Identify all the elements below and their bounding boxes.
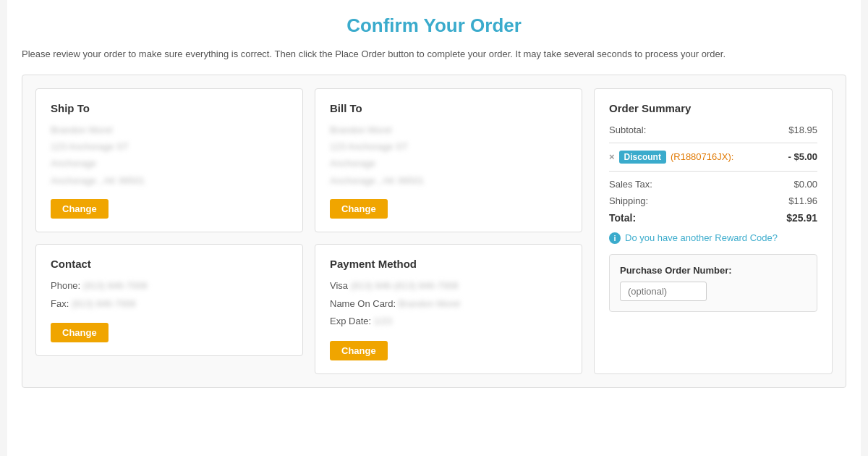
info-icon: i xyxy=(609,232,621,244)
bill-to-state-zip: Anchorage , AK 99501 xyxy=(330,172,567,189)
exp-date-value: 1/23 xyxy=(374,316,392,326)
total-value: $25.91 xyxy=(786,212,817,224)
payment-name-row: Name On Card: Brandon Morel xyxy=(330,295,567,313)
total-label: Total: xyxy=(609,212,636,224)
fax-value: (813) 846-7008 xyxy=(72,298,136,309)
payment-title: Payment Method xyxy=(330,258,567,270)
bill-to-city: Anchorage xyxy=(330,155,567,172)
ship-to-name: Brandon Morel xyxy=(51,122,288,138)
bill-to-name: Brandon Morel xyxy=(330,122,567,138)
divider-2 xyxy=(609,171,817,172)
exp-date-label: Exp Date: xyxy=(330,316,371,326)
sales-tax-row: Sales Tax: $0.00 xyxy=(609,179,817,190)
shipping-value: $11.96 xyxy=(788,195,817,206)
fax-label: Fax: xyxy=(51,298,69,309)
sales-tax-label: Sales Tax: xyxy=(609,179,652,190)
ship-to-card: Ship To Brandon Morel 123 Anchorage ST A… xyxy=(35,88,303,233)
card-number: (813) 846-(813) 846-7008 xyxy=(351,280,459,291)
content-row: Ship To Brandon Morel 123 Anchorage ST A… xyxy=(35,88,833,375)
contact-change-button[interactable]: Change xyxy=(51,323,109,342)
ship-to-change-button[interactable]: Change xyxy=(51,199,109,219)
sales-tax-value: $0.00 xyxy=(793,179,817,190)
ship-to-city: Anchorage xyxy=(51,155,288,172)
bill-to-address1: 123 Anchorage ST xyxy=(330,138,567,155)
phone-label: Phone: xyxy=(51,280,80,291)
discount-remove-button[interactable]: × xyxy=(609,151,615,162)
bill-to-change-button[interactable]: Change xyxy=(330,199,388,219)
ship-to-title: Ship To xyxy=(51,102,288,114)
page-subtitle: Please review your order to make sure ev… xyxy=(22,47,846,62)
po-label: Purchase Order Number: xyxy=(620,265,807,276)
left-column: Ship To Brandon Morel 123 Anchorage ST A… xyxy=(35,88,303,375)
main-container: Ship To Brandon Morel 123 Anchorage ST A… xyxy=(22,75,846,389)
bill-to-address: Brandon Morel 123 Anchorage ST Anchorage… xyxy=(330,122,567,190)
right-column: Order Summary Subtotal: $18.95 × Discoun… xyxy=(594,88,833,375)
contact-card: Contact Phone: (813) 846-7008 Fax: (813)… xyxy=(35,244,303,356)
bill-to-card: Bill To Brandon Morel 123 Anchorage ST A… xyxy=(315,88,582,233)
order-summary-card: Order Summary Subtotal: $18.95 × Discoun… xyxy=(594,88,833,375)
ship-to-address: Brandon Morel 123 Anchorage ST Anchorage… xyxy=(51,122,288,190)
contact-fax-row: Fax: (813) 846-7008 xyxy=(51,295,288,313)
total-row: Total: $25.91 xyxy=(609,212,817,224)
subtotal-label: Subtotal: xyxy=(609,124,646,135)
ship-to-state-zip: Anchorage , AK 99501 xyxy=(51,172,288,189)
order-summary-title: Order Summary xyxy=(609,102,817,114)
payment-visa-row: Visa (813) 846-(813) 846-7008 xyxy=(330,277,567,295)
po-section: Purchase Order Number: xyxy=(609,254,817,312)
subtotal-value: $18.95 xyxy=(788,124,817,135)
reward-link-row: i Do you have another Reward Code? xyxy=(609,232,817,244)
middle-column: Bill To Brandon Morel 123 Anchorage ST A… xyxy=(315,88,582,375)
divider-1 xyxy=(609,143,817,143)
shipping-label: Shipping: xyxy=(609,195,648,206)
discount-badge: Discount xyxy=(619,151,666,164)
ship-to-address1: 123 Anchorage ST xyxy=(51,138,288,155)
payment-card: Payment Method Visa (813) 846-(813) 846-… xyxy=(315,244,582,374)
discount-row: × Discount (R1880716JX): - $5.00 xyxy=(609,151,817,164)
contact-phone-row: Phone: (813) 846-7008 xyxy=(51,277,288,295)
visa-label: Visa xyxy=(330,280,348,291)
subtotal-row: Subtotal: $18.95 xyxy=(609,124,817,135)
phone-value: (813) 846-7008 xyxy=(83,280,148,291)
po-input[interactable] xyxy=(620,282,707,301)
reward-link[interactable]: Do you have another Reward Code? xyxy=(625,232,778,243)
payment-exp-row: Exp Date: 1/23 xyxy=(330,313,567,331)
bill-to-title: Bill To xyxy=(330,102,567,114)
name-on-card-value: Brandon Morel xyxy=(399,298,460,309)
payment-change-button[interactable]: Change xyxy=(330,341,388,360)
discount-amount: - $5.00 xyxy=(788,151,817,162)
name-on-card-label: Name On Card: xyxy=(330,298,396,309)
shipping-row: Shipping: $11.96 xyxy=(609,195,817,206)
contact-title: Contact xyxy=(51,258,288,270)
discount-code: (R1880716JX): xyxy=(671,151,733,162)
page-title: Confirm Your Order xyxy=(22,14,846,37)
